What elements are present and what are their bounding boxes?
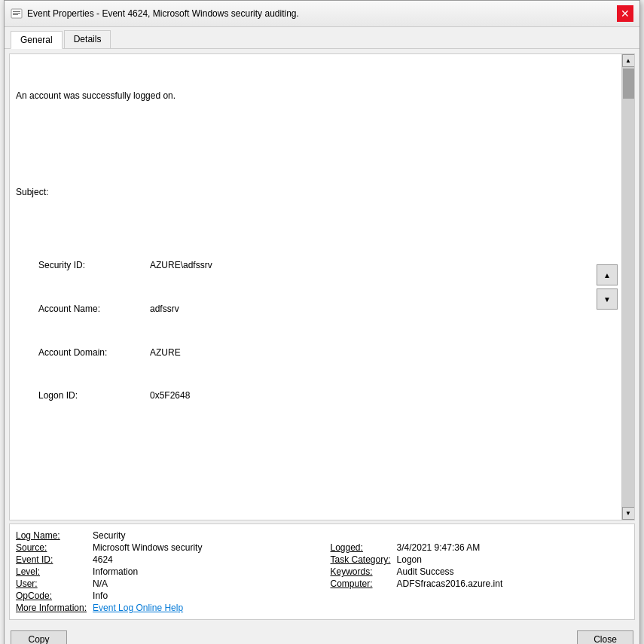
log-name-label: Log Name:	[16, 530, 87, 541]
value: adfssrv	[150, 302, 179, 316]
logon-info-section: Logon Information: Logon Type:3 Restrict…	[16, 511, 615, 520]
svg-rect-1	[13, 11, 20, 12]
spacer	[331, 530, 391, 541]
label: Account Domain:	[38, 346, 144, 360]
svg-rect-3	[13, 14, 18, 15]
label: Account Name:	[38, 302, 144, 316]
content-area: An account was successfully logged on. S…	[5, 49, 639, 624]
svg-rect-2	[13, 13, 20, 14]
field-row: Account Domain:AZURE	[38, 346, 615, 360]
scroll-track[interactable]	[622, 67, 634, 507]
scroll-up-button[interactable]: ▲	[622, 54, 635, 67]
copy-button[interactable]: Copy	[11, 630, 67, 644]
logged-label: Logged:	[331, 542, 391, 553]
keywords-label: Keywords:	[331, 566, 391, 577]
scroll-container: An account was successfully logged on. S…	[9, 53, 635, 520]
more-info-label: More Information:	[16, 603, 87, 613]
user-value: N/A	[93, 578, 324, 589]
event-log-online-help-link[interactable]: Event Log Online Help	[93, 603, 324, 613]
tab-general[interactable]: General	[11, 31, 63, 49]
opcode-label: OpCode:	[16, 591, 87, 601]
intro-text: An account was successfully logged on.	[16, 89, 615, 103]
computer-value: ADFSfracas2016.azure.int	[397, 578, 628, 589]
source-label: Source:	[16, 542, 87, 553]
event-text-area: An account was successfully logged on. S…	[10, 54, 621, 520]
metadata-rows: Log Name: Security Source: Microsoft Win…	[16, 530, 628, 613]
spacer	[397, 530, 628, 541]
label: Logon ID:	[38, 389, 144, 403]
field-row: Account Name:adfssrv	[38, 302, 615, 316]
keywords-value: Audit Success	[397, 566, 628, 577]
window-title: Event Properties - Event 4624, Microsoft…	[27, 8, 299, 19]
event-id-label: Event ID:	[16, 554, 87, 565]
subject-header: Subject:	[16, 185, 615, 200]
level-label: Level:	[16, 566, 87, 577]
task-category-value: Logon	[397, 554, 628, 565]
logged-value: 3/4/2021 9:47:36 AM	[397, 542, 628, 553]
value: AZURE\adfssrv	[150, 258, 212, 273]
tabs-container: General Details	[5, 27, 639, 49]
title-bar-left: Event Properties - Event 4624, Microsoft…	[11, 8, 299, 20]
spacer	[397, 591, 628, 601]
metadata-grid: Log Name: Security Source: Microsoft Win…	[9, 523, 635, 620]
scroll-thumb[interactable]	[623, 69, 634, 99]
task-category-label: Task Category:	[331, 554, 391, 565]
event-id-value: 4624	[93, 554, 324, 565]
nav-buttons-area: ▲ ▼	[597, 264, 618, 310]
navigate-up-button[interactable]: ▲	[597, 264, 618, 285]
spacer	[331, 603, 391, 613]
field-row: Security ID:AZURE\adfssrv	[38, 258, 615, 273]
event-icon	[11, 8, 23, 20]
source-value: Microsoft Windows security	[93, 542, 324, 553]
navigate-down-button[interactable]: ▼	[597, 288, 618, 310]
scroll-down-button[interactable]: ▼	[622, 507, 635, 520]
field-row: Logon ID:0x5F2648	[38, 389, 615, 403]
bottom-buttons-area: Copy Close	[5, 624, 639, 644]
label: Security ID:	[38, 258, 144, 273]
spacer	[397, 603, 628, 613]
scrollbar[interactable]: ▲ ▼	[621, 54, 634, 520]
level-value: Information	[93, 566, 324, 577]
close-icon[interactable]: ✕	[617, 5, 633, 22]
title-bar: Event Properties - Event 4624, Microsoft…	[5, 1, 639, 27]
log-name-value: Security	[93, 530, 324, 541]
subject-section: Subject: Security ID:AZURE\adfssrv Accou…	[16, 153, 615, 461]
event-properties-window: Event Properties - Event 4624, Microsoft…	[4, 0, 640, 644]
spacer	[331, 591, 391, 601]
value: AZURE	[150, 346, 181, 360]
user-label: User:	[16, 578, 87, 589]
tab-details[interactable]: Details	[64, 30, 111, 48]
subject-fields: Security ID:AZURE\adfssrv Account Name:a…	[16, 230, 615, 432]
close-button[interactable]: Close	[577, 630, 633, 644]
computer-label: Computer:	[331, 578, 391, 589]
opcode-value: Info	[93, 591, 324, 601]
value: 0x5F2648	[150, 389, 190, 403]
